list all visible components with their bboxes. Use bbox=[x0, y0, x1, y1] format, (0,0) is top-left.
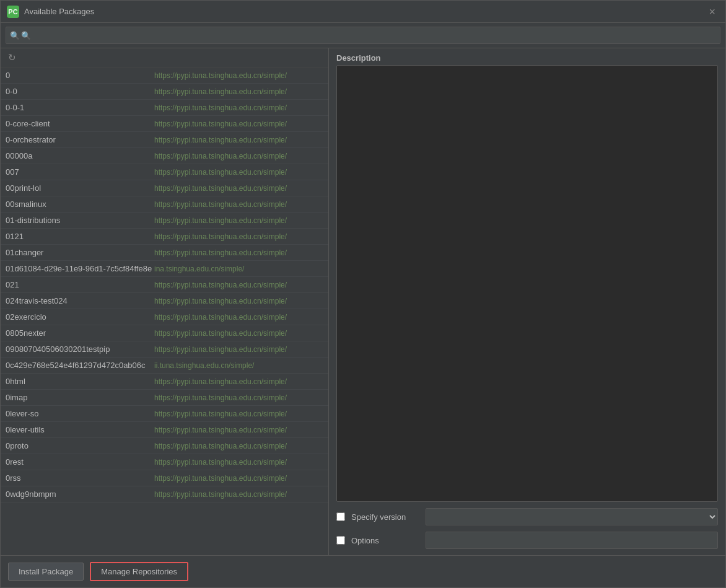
package-name: 007 bbox=[6, 167, 154, 177]
package-list[interactable]: 0https://pypi.tuna.tsinghua.edu.cn/simpl… bbox=[1, 68, 328, 555]
search-bar: 🔍 bbox=[1, 23, 725, 48]
package-url: https://pypi.tuna.tsinghua.edu.cn/simple… bbox=[154, 120, 323, 128]
package-url: https://pypi.tuna.tsinghua.edu.cn/simple… bbox=[154, 216, 323, 225]
package-url: https://pypi.tuna.tsinghua.edu.cn/simple… bbox=[154, 152, 323, 160]
package-name: 0 bbox=[6, 71, 154, 80]
options-checkbox[interactable] bbox=[336, 536, 345, 545]
specify-version-row: Specify version bbox=[336, 508, 718, 525]
table-row[interactable]: 0c429e768e524e4f61297d472c0ab06cii.tuna.… bbox=[1, 358, 328, 374]
package-url: https://pypi.tuna.tsinghua.edu.cn/simple… bbox=[154, 103, 323, 112]
package-name: 01-distributions bbox=[6, 216, 154, 225]
package-name: 00smalinux bbox=[6, 200, 154, 209]
table-row[interactable]: 01changerhttps://pypi.tuna.tsinghua.edu.… bbox=[1, 245, 328, 261]
package-name: 090807040506030201testpip bbox=[6, 344, 154, 354]
package-url: https://pypi.tuna.tsinghua.edu.cn/simple… bbox=[154, 393, 323, 402]
package-name: 0-0-1 bbox=[6, 103, 154, 112]
package-url: https://pypi.tuna.tsinghua.edu.cn/simple… bbox=[154, 168, 323, 177]
table-row[interactable]: 00smalinuxhttps://pypi.tuna.tsinghua.edu… bbox=[1, 196, 328, 213]
description-label: Description bbox=[329, 48, 725, 65]
package-name: 0805nexter bbox=[6, 328, 154, 338]
package-url: https://pypi.tuna.tsinghua.edu.cn/simple… bbox=[154, 184, 323, 193]
package-url: https://pypi.tuna.tsinghua.edu.cn/simple… bbox=[154, 281, 323, 289]
table-row[interactable]: 0rsshttps://pypi.tuna.tsinghua.edu.cn/si… bbox=[1, 470, 328, 486]
app-icon: PC bbox=[7, 6, 19, 18]
main-content: ↻ 0https://pypi.tuna.tsinghua.edu.cn/sim… bbox=[1, 48, 725, 555]
table-row[interactable]: 00000ahttps://pypi.tuna.tsinghua.edu.cn/… bbox=[1, 148, 328, 164]
table-row[interactable]: 02exerciciohttps://pypi.tuna.tsinghua.ed… bbox=[1, 309, 328, 325]
left-panel: ↻ 0https://pypi.tuna.tsinghua.edu.cn/sim… bbox=[1, 48, 329, 555]
specify-version-checkbox[interactable] bbox=[336, 512, 345, 521]
package-url: https://pypi.tuna.tsinghua.edu.cn/simple… bbox=[154, 297, 323, 305]
package-url: https://pypi.tuna.tsinghua.edu.cn/simple… bbox=[154, 442, 323, 450]
table-row[interactable]: 0-0https://pypi.tuna.tsinghua.edu.cn/sim… bbox=[1, 84, 328, 100]
package-url: https://pypi.tuna.tsinghua.edu.cn/simple… bbox=[154, 248, 323, 257]
package-url: https://pypi.tuna.tsinghua.edu.cn/simple… bbox=[154, 345, 323, 354]
install-package-button[interactable]: Install Package bbox=[8, 563, 84, 581]
package-name: 0-orchestrator bbox=[6, 135, 154, 144]
package-name: 0wdg9nbmpm bbox=[6, 489, 154, 499]
package-url: https://pypi.tuna.tsinghua.edu.cn/simple… bbox=[154, 490, 323, 499]
package-url: https://pypi.tuna.tsinghua.edu.cn/simple… bbox=[154, 87, 323, 96]
table-row[interactable]: 00print-lolhttps://pypi.tuna.tsinghua.ed… bbox=[1, 180, 328, 196]
package-name: 01d61084-d29e-11e9-96d1-7c5cf84ffe8e bbox=[6, 264, 154, 273]
package-name: 0proto bbox=[6, 441, 154, 450]
close-button[interactable]: × bbox=[705, 5, 719, 19]
package-name: 024travis-test024 bbox=[6, 296, 154, 305]
package-url: https://pypi.tuna.tsinghua.edu.cn/simple… bbox=[154, 410, 323, 418]
refresh-row: ↻ bbox=[1, 48, 328, 68]
title-bar-left: PC Available Packages bbox=[7, 6, 94, 18]
package-name: 0121 bbox=[6, 232, 154, 241]
table-row[interactable]: 0-core-clienthttps://pypi.tuna.tsinghua.… bbox=[1, 116, 328, 132]
options-input[interactable] bbox=[426, 532, 718, 549]
package-url: https://pypi.tuna.tsinghua.edu.cn/simple… bbox=[154, 329, 323, 338]
package-name: 0-0 bbox=[6, 87, 154, 96]
table-row[interactable]: 0lever-sohttps://pypi.tuna.tsinghua.edu.… bbox=[1, 406, 328, 422]
table-row[interactable]: 01d61084-d29e-11e9-96d1-7c5cf84ffe8eina.… bbox=[1, 261, 328, 277]
package-url: https://pypi.tuna.tsinghua.edu.cn/simple… bbox=[154, 71, 323, 80]
package-name: 0lever-so bbox=[6, 409, 154, 418]
table-row[interactable]: 0lever-utilshttps://pypi.tuna.tsinghua.e… bbox=[1, 422, 328, 438]
table-row[interactable]: 01-distributionshttps://pypi.tuna.tsingh… bbox=[1, 213, 328, 229]
table-row[interactable]: 021https://pypi.tuna.tsinghua.edu.cn/sim… bbox=[1, 277, 328, 293]
table-row[interactable]: 0htmlhttps://pypi.tuna.tsinghua.edu.cn/s… bbox=[1, 374, 328, 390]
search-input[interactable] bbox=[6, 27, 720, 44]
table-row[interactable]: 0-0-1https://pypi.tuna.tsinghua.edu.cn/s… bbox=[1, 100, 328, 116]
table-row[interactable]: 0resthttps://pypi.tuna.tsinghua.edu.cn/s… bbox=[1, 454, 328, 470]
package-name: 021 bbox=[6, 280, 154, 289]
package-name: 0rss bbox=[6, 473, 154, 483]
package-name: 02exercicio bbox=[6, 312, 154, 322]
package-url: ii.tuna.tsinghua.edu.cn/simple/ bbox=[154, 361, 323, 370]
table-row[interactable]: 0https://pypi.tuna.tsinghua.edu.cn/simpl… bbox=[1, 68, 328, 84]
table-row[interactable]: 0wdg9nbmpmhttps://pypi.tuna.tsinghua.edu… bbox=[1, 486, 328, 502]
table-row[interactable]: 0121https://pypi.tuna.tsinghua.edu.cn/si… bbox=[1, 229, 328, 245]
package-name: 0rest bbox=[6, 457, 154, 467]
package-name: 0-core-client bbox=[6, 119, 154, 128]
options-row: Options bbox=[336, 532, 718, 549]
table-row[interactable]: 0-orchestratorhttps://pypi.tuna.tsinghua… bbox=[1, 132, 328, 148]
package-name: 0c429e768e524e4f61297d472c0ab06c bbox=[6, 361, 154, 370]
dialog: PC Available Packages × 🔍 ↻ 0https://pyp… bbox=[0, 0, 726, 588]
package-url: https://pypi.tuna.tsinghua.edu.cn/simple… bbox=[154, 474, 323, 483]
window-title: Available Packages bbox=[24, 7, 94, 16]
package-url: https://pypi.tuna.tsinghua.edu.cn/simple… bbox=[154, 200, 323, 209]
package-name: 00print-lol bbox=[6, 183, 154, 193]
table-row[interactable]: 0805nexterhttps://pypi.tuna.tsinghua.edu… bbox=[1, 325, 328, 341]
package-name: 00000a bbox=[6, 151, 154, 160]
manage-repositories-button[interactable]: Manage Repositories bbox=[90, 562, 188, 581]
package-url: https://pypi.tuna.tsinghua.edu.cn/simple… bbox=[154, 426, 323, 434]
refresh-button[interactable]: ↻ bbox=[6, 51, 19, 64]
table-row[interactable]: 090807040506030201testpiphttps://pypi.tu… bbox=[1, 341, 328, 358]
package-url: ina.tsinghua.edu.cn/simple/ bbox=[154, 265, 323, 273]
search-wrapper: 🔍 bbox=[6, 27, 720, 44]
table-row[interactable]: 0protohttps://pypi.tuna.tsinghua.edu.cn/… bbox=[1, 438, 328, 454]
package-url: https://pypi.tuna.tsinghua.edu.cn/simple… bbox=[154, 458, 323, 467]
table-row[interactable]: 024travis-test024https://pypi.tuna.tsing… bbox=[1, 293, 328, 309]
specify-version-label: Specify version bbox=[351, 512, 419, 522]
footer: Install Package Manage Repositories bbox=[1, 555, 725, 587]
version-select[interactable] bbox=[426, 508, 718, 525]
package-name: 0imap bbox=[6, 393, 154, 402]
package-name: 0lever-utils bbox=[6, 425, 154, 434]
options-label: Options bbox=[351, 536, 419, 545]
table-row[interactable]: 0imaphttps://pypi.tuna.tsinghua.edu.cn/s… bbox=[1, 390, 328, 406]
table-row[interactable]: 007https://pypi.tuna.tsinghua.edu.cn/sim… bbox=[1, 164, 328, 180]
